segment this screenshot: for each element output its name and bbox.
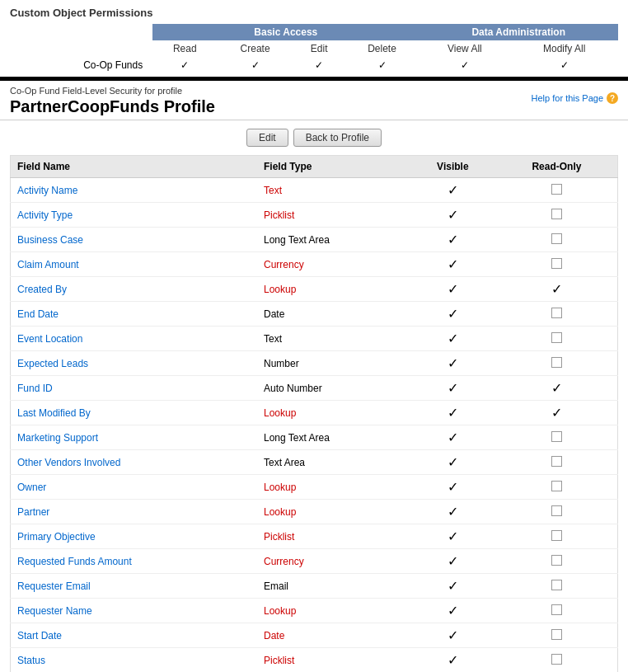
visible-cell: ✓ — [410, 351, 496, 376]
col-modifyall: Modify All — [510, 40, 618, 57]
visible-cell: ✓ — [410, 500, 496, 524]
readonly-cell — [496, 574, 618, 599]
check-modifyall: ✓ — [510, 57, 618, 73]
col-read: Read — [152, 40, 217, 57]
readonly-cell — [496, 599, 618, 623]
help-link[interactable]: Help for this Page ? — [532, 92, 618, 104]
help-icon: ? — [607, 92, 618, 104]
readonly-cell — [496, 203, 618, 228]
field-type-link[interactable]: Currency — [264, 259, 304, 270]
field-name-link[interactable]: Created By — [17, 284, 67, 295]
field-type-link[interactable]: Text — [264, 185, 282, 196]
field-type-link[interactable]: Date — [264, 630, 284, 641]
field-name-link[interactable]: Activity Name — [17, 185, 77, 196]
field-name-link[interactable]: Status — [17, 655, 45, 666]
readonly-empty — [551, 555, 562, 566]
visible-cell: ✓ — [410, 450, 496, 475]
visible-check: ✓ — [448, 381, 458, 395]
readonly-cell — [496, 524, 618, 549]
field-name-link[interactable]: Claim Amount — [17, 259, 79, 270]
visible-cell: ✓ — [410, 376, 496, 401]
visible-cell: ✓ — [410, 599, 496, 623]
readonly-check: ✓ — [551, 381, 562, 395]
field-name-link[interactable]: Requester Email — [17, 580, 91, 592]
field-type-text: Email — [257, 574, 410, 599]
edit-button-top[interactable]: Edit — [246, 129, 288, 147]
visible-check: ✓ — [448, 653, 458, 667]
field-type-link[interactable]: Currency — [264, 556, 304, 567]
readonly-empty — [551, 357, 562, 368]
field-name-link[interactable]: End Date — [17, 308, 59, 320]
visible-check: ✓ — [448, 480, 458, 494]
field-name-link[interactable]: Event Location — [17, 333, 82, 345]
visible-check: ✓ — [448, 307, 458, 321]
readonly-empty — [551, 233, 562, 244]
custom-obj-title: Custom Object Permissions — [10, 7, 618, 24]
field-type-link[interactable]: Lookup — [264, 506, 296, 518]
field-name-link[interactable]: Last Modified By — [17, 407, 91, 419]
table-row: Marketing SupportLong Text Area✓ — [11, 425, 618, 450]
visible-cell: ✓ — [410, 327, 496, 351]
visible-check: ✓ — [448, 455, 458, 469]
field-name-link[interactable]: Partner — [17, 506, 49, 518]
visible-cell: ✓ — [410, 302, 496, 327]
readonly-empty — [551, 505, 562, 516]
back-to-profile-button-top[interactable]: Back to Profile — [293, 129, 382, 147]
field-name-link[interactable]: Marketing Support — [17, 432, 98, 444]
readonly-cell — [496, 302, 618, 327]
readonly-cell — [496, 549, 618, 574]
field-name-link[interactable]: Start Date — [17, 630, 62, 641]
readonly-cell: ✓ — [496, 277, 618, 302]
visible-check: ✓ — [448, 331, 458, 345]
field-name-link[interactable]: Owner — [17, 482, 46, 493]
field-type-link[interactable]: Lookup — [264, 482, 296, 493]
profile-subtitle: Co-Op Fund Field-Level Security for prof… — [10, 86, 215, 96]
visible-cell: ✓ — [410, 574, 496, 599]
field-type-text: Text Area — [257, 450, 410, 475]
table-row: Start DateDate✓ — [11, 623, 618, 648]
field-type-link[interactable]: Picklist — [264, 655, 294, 666]
readonly-cell — [496, 450, 618, 475]
field-type-link[interactable]: Picklist — [264, 531, 294, 543]
readonly-empty — [551, 629, 562, 640]
field-type-text: Long Text Area — [257, 425, 410, 450]
readonly-cell — [496, 425, 618, 450]
field-name-link[interactable]: Requester Name — [17, 605, 92, 617]
field-name-link[interactable]: Business Case — [17, 234, 83, 246]
field-type-link[interactable]: Lookup — [264, 284, 296, 295]
field-name-link[interactable]: Expected Leads — [17, 358, 88, 369]
check-edit: ✓ — [293, 57, 345, 73]
visible-check: ✓ — [448, 406, 458, 420]
field-type-link[interactable]: Picklist — [264, 209, 294, 221]
field-name-link[interactable]: Fund ID — [17, 383, 53, 394]
visible-check: ✓ — [448, 208, 458, 222]
custom-object-permissions-section: Custom Object Permissions Basic Access D… — [0, 0, 628, 73]
field-type-text: Date — [257, 302, 410, 327]
table-row: Fund IDAuto Number✓✓ — [11, 376, 618, 401]
readonly-cell — [496, 623, 618, 648]
readonly-cell — [496, 228, 618, 252]
field-name-link[interactable]: Other Vendors Involved — [17, 457, 120, 468]
field-name-link[interactable]: Requested Funds Amount — [17, 556, 132, 567]
field-type-link[interactable]: Lookup — [264, 407, 296, 419]
visible-check: ✓ — [448, 529, 458, 543]
field-name-link[interactable]: Activity Type — [17, 209, 73, 221]
visible-check: ✓ — [448, 430, 458, 444]
col-viewall: View All — [419, 40, 510, 57]
visible-check: ✓ — [448, 554, 458, 568]
field-type-text: Number — [257, 351, 410, 376]
permissions-row-coopfunds: Co-Op Funds ✓ ✓ ✓ ✓ ✓ ✓ — [10, 57, 618, 73]
readonly-empty — [551, 654, 562, 665]
visible-check: ✓ — [448, 233, 458, 247]
readonly-cell — [496, 648, 618, 673]
field-type-link[interactable]: Lookup — [264, 605, 296, 617]
readonly-cell — [496, 252, 618, 277]
visible-cell: ✓ — [410, 178, 496, 203]
field-level-security-table: Field Name Field Type Visible Read-Only … — [10, 155, 618, 672]
visible-check: ✓ — [448, 604, 458, 618]
field-name-link[interactable]: Primary Objective — [17, 531, 96, 543]
readonly-empty — [551, 209, 562, 219]
table-header-row: Field Name Field Type Visible Read-Only — [11, 156, 618, 178]
table-row: Expected LeadsNumber✓ — [11, 351, 618, 376]
check-create: ✓ — [217, 57, 293, 73]
